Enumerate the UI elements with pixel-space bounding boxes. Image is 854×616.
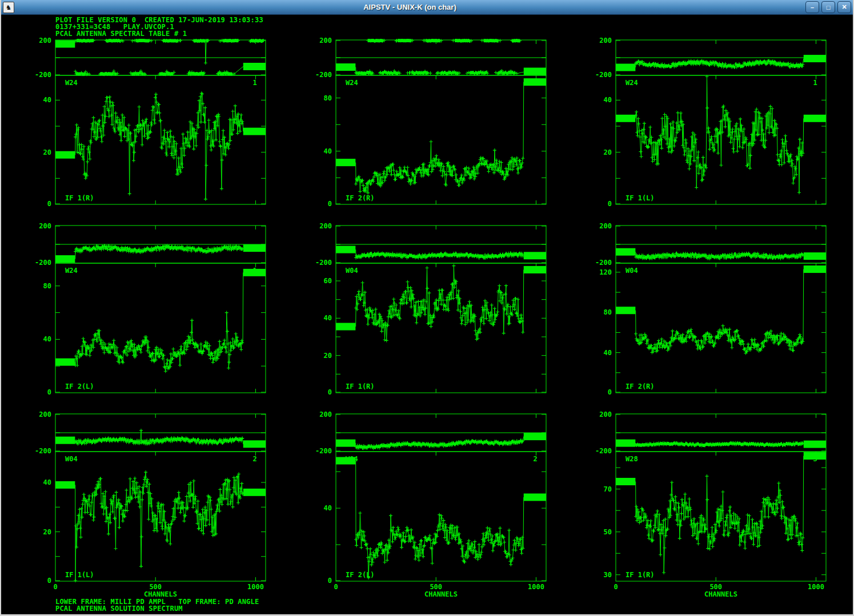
phase-left-flag-bar [336,63,355,71]
amp-tick-label: 80 [43,282,51,290]
amp-tick-label: 40 [43,96,51,104]
phase-tick-label: -200 [595,259,612,267]
phase-band-markers [354,251,524,260]
flag-connector [523,82,524,159]
phase-tick-label: 200 [39,222,51,230]
amp-tick-label: 20 [43,528,51,536]
amp-right-flag-bar [243,269,266,276]
amp-series-markers [634,75,804,194]
antenna-label: W24 [346,79,358,87]
flag-connector [234,67,243,74]
x-axis-title: CHANNELS [144,590,177,598]
plot-header-line-3: PCAL ANTENNA SPECTRAL TABLE # 1 [55,30,187,38]
phase-left-flag-bar [336,246,355,253]
amp-tick-label: 80 [324,94,332,102]
amp-tick-label: 40 [43,478,51,486]
amp-tick-label: 70 [604,485,612,493]
amp-right-flag-bar [243,489,266,496]
amp-frame [336,263,546,393]
amp-tick-label: 0 [608,200,612,208]
plot-footer-line-2: PCAL ANTENNA SOLUTION SPECTRUM [55,605,183,613]
sequence-label: 1 [813,79,817,87]
phase-tick-label: 200 [39,37,51,45]
amp-tick-label: 120 [599,268,612,276]
phase-tick-label: 200 [319,410,332,418]
phase-tick-label: -200 [315,259,332,267]
phase-band-markers [74,429,244,446]
antenna-label: W04 [346,267,358,275]
antenna-label: W24 [65,79,78,87]
amp-left-flag-bar [55,481,75,489]
app-icon: ♞ [3,2,14,13]
phase-tick-label: -200 [35,71,51,79]
amp-left-flag-bar [616,115,635,122]
x-tick-label: 500 [709,583,722,591]
amp-tick-label: 40 [604,349,612,357]
amp-series-markers [354,264,524,343]
phase-left-flag-bar [616,440,635,447]
sequence-label: 2 [252,455,256,463]
amp-left-flag-bar [336,457,355,464]
phase-band-markers [354,69,519,75]
amp-series-line [356,513,523,578]
maximize-button[interactable]: □ [821,1,835,13]
flag-connector [243,272,243,343]
phase-right-flag-bar [524,252,546,259]
if-label: IF 1(R) [626,571,655,579]
phase-tick-label: 200 [319,222,332,230]
x-tick-label: 500 [149,583,162,591]
flag-connector [517,72,524,74]
amp-tick-label: 0 [47,388,51,396]
if-label: IF 1(L) [65,571,94,579]
amp-right-flag-bar [804,452,826,460]
aipstv-window: { "window": { "title": "AIPSTV - UNIX-K … [0,0,854,616]
amp-series-markers [354,140,524,195]
phase-band-line [77,41,263,63]
amp-series-line [356,266,523,341]
close-button[interactable]: ✕ [837,1,851,13]
flag-connector [523,256,523,256]
amp-tick-label: 60 [324,277,332,285]
x-axis-title: CHANNELS [424,590,458,598]
amp-tick-label: 40 [324,314,332,322]
amp-series-line [75,472,242,581]
amp-tick-label: 40 [604,96,612,104]
window-controls: – □ ✕ [805,1,851,13]
antenna-label: W04 [626,267,638,275]
phase-left-flag-bar [336,440,355,447]
if-label: IF 1(L) [626,194,655,202]
sequence-label: 2 [533,455,537,463]
if-label: IF 1(R) [65,194,94,202]
amp-tick-label: 40 [324,504,332,512]
phase-right-flag-bar [804,55,826,62]
phase-tick-label: 200 [319,37,332,45]
flag-connector [523,269,524,332]
amp-series-line [636,77,803,192]
phase-tick-label: -200 [595,447,612,455]
amp-tick-label: 20 [324,352,332,360]
amp-right-flag-bar [524,78,546,86]
amp-tick-label: 50 [604,528,612,536]
amp-tick-label: 30 [604,571,612,579]
if-label: IF 2(R) [346,194,375,202]
amp-left-flag-bar [616,478,635,485]
window-title: AIPSTV - UNIX-K (on char) [18,3,802,11]
x-axis-title: CHANNELS [704,590,737,598]
phase-tick-label: 200 [599,37,612,45]
phase-tick-label: 200 [599,410,612,418]
window-titlebar[interactable]: ♞ AIPSTV - UNIX-K (on char) – □ ✕ [0,0,854,15]
phase-tick-label: -200 [315,447,332,455]
x-tick-label: 0 [53,583,57,591]
phase-right-flag-bar [804,252,826,260]
flag-connector [523,437,523,441]
amp-frame [55,75,266,204]
phase-left-flag-bar [55,437,75,444]
amp-series-markers [74,470,244,582]
phase-right-flag-bar [243,63,266,70]
amp-left-flag-bar [55,151,75,159]
phase-right-flag-bar [524,68,546,75]
phase-band-markers [74,244,244,254]
amp-left-flag-bar [336,159,355,166]
minimize-button[interactable]: – [805,1,819,13]
phase-band-markers [634,441,804,448]
